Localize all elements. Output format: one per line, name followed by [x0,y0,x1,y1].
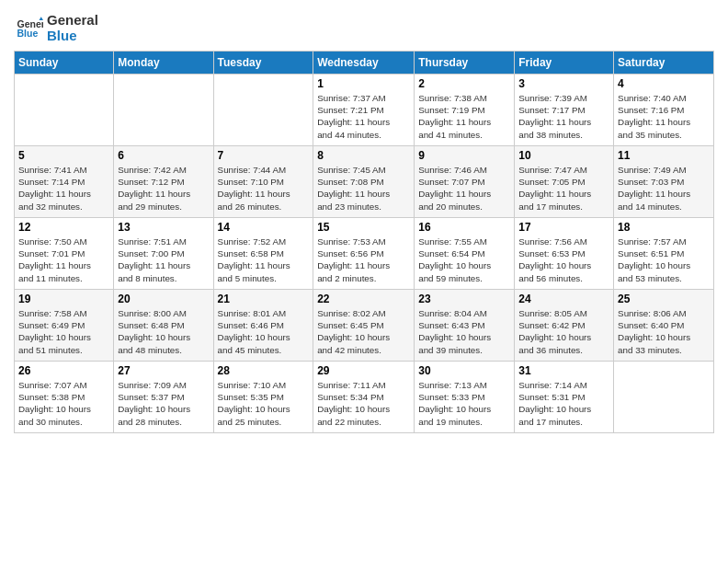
day-number: 31 [518,364,609,377]
calendar-cell: 13Sunrise: 7:51 AM Sunset: 7:00 PM Dayli… [114,218,213,290]
day-info: Sunrise: 7:41 AM Sunset: 7:14 PM Dayligh… [18,164,109,213]
day-number: 24 [518,293,609,305]
week-row-2: 12Sunrise: 7:50 AM Sunset: 7:01 PM Dayli… [15,218,714,290]
day-number: 14 [218,221,310,234]
day-info: Sunrise: 7:53 AM Sunset: 6:56 PM Dayligh… [317,236,410,284]
day-info: Sunrise: 7:07 AM Sunset: 5:38 PM Dayligh… [18,379,109,428]
logo-line2: Blue [47,29,98,44]
day-number: 8 [317,149,410,162]
calendar-cell [114,75,213,146]
day-number: 3 [518,77,609,90]
header: General Blue General Blue [14,9,714,43]
day-info: Sunrise: 7:39 AM Sunset: 7:17 PM Dayligh… [518,92,609,141]
weekday-header-sunday: Sunday [15,52,114,75]
calendar-cell: 5Sunrise: 7:41 AM Sunset: 7:14 PM Daylig… [15,146,114,218]
day-info: Sunrise: 7:44 AM Sunset: 7:10 PM Dayligh… [218,164,310,213]
calendar-cell [614,362,714,433]
weekday-header-thursday: Thursday [415,52,515,75]
day-number: 9 [418,149,510,162]
logo-icon: General Blue [16,15,43,42]
day-info: Sunrise: 7:52 AM Sunset: 6:58 PM Dayligh… [218,236,310,284]
day-number: 20 [118,293,209,305]
day-number: 5 [18,149,109,162]
calendar-cell: 17Sunrise: 7:56 AM Sunset: 6:53 PM Dayli… [515,218,614,290]
calendar-cell: 15Sunrise: 7:53 AM Sunset: 6:56 PM Dayli… [313,218,415,290]
day-info: Sunrise: 7:56 AM Sunset: 6:53 PM Dayligh… [518,236,609,284]
day-info: Sunrise: 7:11 AM Sunset: 5:34 PM Dayligh… [317,379,410,428]
day-info: Sunrise: 8:06 AM Sunset: 6:40 PM Dayligh… [618,307,710,356]
day-info: Sunrise: 7:47 AM Sunset: 7:05 PM Dayligh… [518,164,609,213]
day-number: 22 [317,293,410,305]
day-number: 15 [317,221,410,234]
day-number: 4 [618,77,710,90]
day-info: Sunrise: 7:42 AM Sunset: 7:12 PM Dayligh… [118,164,209,213]
day-info: Sunrise: 7:10 AM Sunset: 5:35 PM Dayligh… [218,379,310,428]
calendar-cell: 10Sunrise: 7:47 AM Sunset: 7:05 PM Dayli… [515,146,614,218]
day-info: Sunrise: 7:09 AM Sunset: 5:37 PM Dayligh… [118,379,209,428]
day-number: 19 [18,293,109,305]
page: General Blue General Blue SundayMondayTu… [0,0,728,563]
day-number: 6 [118,149,209,162]
day-info: Sunrise: 8:00 AM Sunset: 6:48 PM Dayligh… [118,307,209,356]
calendar-cell: 11Sunrise: 7:49 AM Sunset: 7:03 PM Dayli… [614,146,714,218]
calendar-cell: 20Sunrise: 8:00 AM Sunset: 6:48 PM Dayli… [114,290,213,362]
calendar-cell: 23Sunrise: 8:04 AM Sunset: 6:43 PM Dayli… [415,290,515,362]
day-info: Sunrise: 7:49 AM Sunset: 7:03 PM Dayligh… [618,164,710,213]
day-info: Sunrise: 7:57 AM Sunset: 6:51 PM Dayligh… [618,236,710,284]
day-number: 18 [618,221,710,234]
calendar-cell: 16Sunrise: 7:55 AM Sunset: 6:54 PM Dayli… [415,218,515,290]
calendar-cell: 6Sunrise: 7:42 AM Sunset: 7:12 PM Daylig… [114,146,213,218]
day-info: Sunrise: 7:58 AM Sunset: 6:49 PM Dayligh… [18,307,109,356]
calendar-cell: 3Sunrise: 7:39 AM Sunset: 7:17 PM Daylig… [515,75,614,146]
logo: General Blue General Blue [14,13,98,43]
day-info: Sunrise: 7:50 AM Sunset: 7:01 PM Dayligh… [18,236,109,284]
day-info: Sunrise: 8:02 AM Sunset: 6:45 PM Dayligh… [317,307,410,356]
day-number: 11 [618,149,710,162]
calendar-cell: 14Sunrise: 7:52 AM Sunset: 6:58 PM Dayli… [213,218,313,290]
calendar-cell: 18Sunrise: 7:57 AM Sunset: 6:51 PM Dayli… [614,218,714,290]
calendar-cell: 30Sunrise: 7:13 AM Sunset: 5:33 PM Dayli… [415,362,515,433]
day-number: 12 [18,221,109,234]
day-number: 21 [218,293,310,305]
logo-line1: General [47,13,98,29]
calendar-cell: 21Sunrise: 8:01 AM Sunset: 6:46 PM Dayli… [213,290,313,362]
calendar-cell: 2Sunrise: 7:38 AM Sunset: 7:19 PM Daylig… [415,75,515,146]
calendar-cell: 24Sunrise: 8:05 AM Sunset: 6:42 PM Dayli… [515,290,614,362]
day-number: 17 [518,221,609,234]
day-number: 2 [418,77,510,90]
day-number: 26 [18,364,109,377]
week-row-3: 19Sunrise: 7:58 AM Sunset: 6:49 PM Dayli… [15,290,714,362]
calendar-cell: 19Sunrise: 7:58 AM Sunset: 6:49 PM Dayli… [15,290,114,362]
weekday-header-monday: Monday [114,52,213,75]
calendar-cell: 25Sunrise: 8:06 AM Sunset: 6:40 PM Dayli… [614,290,714,362]
day-info: Sunrise: 8:01 AM Sunset: 6:46 PM Dayligh… [218,307,310,356]
calendar-cell: 12Sunrise: 7:50 AM Sunset: 7:01 PM Dayli… [15,218,114,290]
calendar-cell: 9Sunrise: 7:46 AM Sunset: 7:07 PM Daylig… [415,146,515,218]
week-row-0: 1Sunrise: 7:37 AM Sunset: 7:21 PM Daylig… [15,75,714,146]
weekday-header-tuesday: Tuesday [213,52,313,75]
day-number: 16 [418,221,510,234]
weekday-header-wednesday: Wednesday [313,52,415,75]
day-info: Sunrise: 7:45 AM Sunset: 7:08 PM Dayligh… [317,164,410,213]
weekday-header-saturday: Saturday [614,52,714,75]
calendar-cell [213,75,313,146]
day-info: Sunrise: 7:13 AM Sunset: 5:33 PM Dayligh… [418,379,510,428]
day-info: Sunrise: 8:05 AM Sunset: 6:42 PM Dayligh… [518,307,609,356]
calendar-cell: 31Sunrise: 7:14 AM Sunset: 5:31 PM Dayli… [515,362,614,433]
day-info: Sunrise: 7:55 AM Sunset: 6:54 PM Dayligh… [418,236,510,284]
calendar-table: SundayMondayTuesdayWednesdayThursdayFrid… [14,51,714,433]
day-number: 29 [317,364,410,377]
svg-text:Blue: Blue [17,28,39,39]
day-info: Sunrise: 7:40 AM Sunset: 7:16 PM Dayligh… [618,92,710,141]
day-number: 30 [418,364,510,377]
day-number: 10 [518,149,609,162]
day-info: Sunrise: 7:14 AM Sunset: 5:31 PM Dayligh… [518,379,609,428]
day-info: Sunrise: 7:38 AM Sunset: 7:19 PM Dayligh… [418,92,510,141]
calendar-cell: 7Sunrise: 7:44 AM Sunset: 7:10 PM Daylig… [213,146,313,218]
calendar-cell: 28Sunrise: 7:10 AM Sunset: 5:35 PM Dayli… [213,362,313,433]
day-info: Sunrise: 8:04 AM Sunset: 6:43 PM Dayligh… [418,307,510,356]
day-info: Sunrise: 7:51 AM Sunset: 7:00 PM Dayligh… [118,236,209,284]
calendar-cell [15,75,114,146]
day-number: 13 [118,221,209,234]
weekday-header-row: SundayMondayTuesdayWednesdayThursdayFrid… [15,52,714,75]
